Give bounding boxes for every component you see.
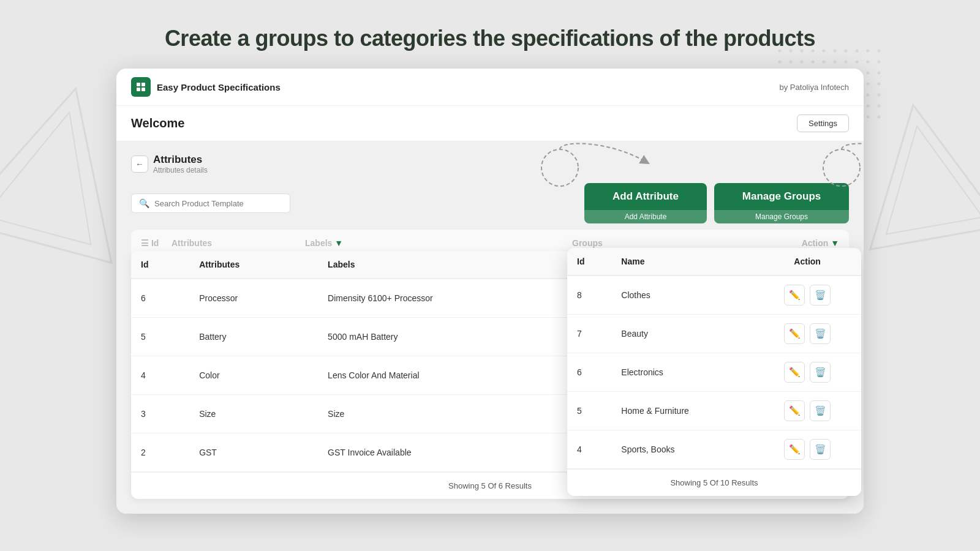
row-label: Size [318,395,585,433]
svg-rect-7 [141,83,145,86]
row-attribute: Processor [189,279,318,318]
content-area: ← Attributes Attributes details 🔍 [116,141,864,514]
row-attribute: Size [189,395,318,433]
svg-marker-1 [0,98,123,245]
edit-button[interactable]: ✏️ [784,323,805,344]
grow-action: ✏️ 🗑️ [753,392,861,430]
breadcrumb-subtitle: Attributes details [153,166,208,174]
table-row: 4 Sports, Books ✏️ 🗑️ [567,430,861,469]
row-id: 2 [131,433,189,472]
table-row: 6 Electronics ✏️ 🗑️ [567,353,861,392]
add-attribute-button[interactable]: Add Attribute Add Attribute [584,183,707,223]
svg-rect-8 [137,88,140,91]
row-id: 5 [131,318,189,356]
add-attribute-sub-label: Add Attribute [584,210,707,223]
row-id: 6 [131,279,189,318]
row-label: 5000 mAH Battery [318,318,585,356]
table-row: 8 Clothes ✏️ 🗑️ [567,276,861,315]
grow-id: 7 [567,315,611,353]
toolbar-buttons: Add Attribute Add Attribute Manage Group… [584,183,849,223]
search-box[interactable]: 🔍 [131,193,290,213]
grow-action: ✏️ 🗑️ [753,353,861,392]
row-attribute: Color [189,356,318,395]
groups-table: Id Name Action 8 Clothes ✏️ 🗑️ 7 Beauty [567,248,861,496]
delete-button[interactable]: 🗑️ [810,400,831,421]
delete-button[interactable]: 🗑️ [810,285,831,305]
tables-container: ☰ Id Attributes Labels ▼ Groups Action ▼… [131,230,849,499]
groups-data-table: Id Name Action 8 Clothes ✏️ 🗑️ 7 Beauty [567,248,861,469]
back-button[interactable]: ← [131,156,148,173]
settings-button[interactable]: Settings [797,114,849,132]
grow-name: Beauty [611,315,753,353]
app-header: Easy Product Specifications by Patoliya … [116,69,864,106]
row-id: 4 [131,356,189,395]
col-attributes: Attributes [189,251,318,279]
gcol-id: Id [567,248,611,276]
grow-id: 4 [567,430,611,469]
grow-name: Electronics [611,353,753,392]
app-title-text: Easy Product Specifications [157,82,281,92]
col-labels: Labels [318,251,585,279]
svg-rect-6 [137,83,140,86]
svg-rect-9 [141,88,145,91]
row-attribute: GST [189,433,318,472]
svg-marker-3 [869,118,980,234]
search-icon: 🔍 [139,198,149,208]
grow-id: 6 [567,353,611,392]
grow-action: ✏️ 🗑️ [753,315,861,353]
manage-groups-button[interactable]: Manage Groups Manage Groups [714,183,849,223]
edit-button[interactable]: ✏️ [784,400,805,421]
app-logo-icon [131,77,151,97]
breadcrumb: ← Attributes Attributes details [131,154,849,174]
edit-button[interactable]: ✏️ [784,439,805,460]
app-by-label: by Patoliya Infotech [780,83,849,92]
table-row: 5 Home & Furniture ✏️ 🗑️ [567,392,861,430]
delete-button[interactable]: 🗑️ [810,362,831,383]
grow-action: ✏️ 🗑️ [753,276,861,315]
manage-groups-label: Manage Groups [714,183,849,210]
breadcrumb-title: Attributes [153,154,208,166]
groups-table-footer: Showing 5 Of 10 Results [567,469,861,496]
gcol-name: Name [611,248,753,276]
grow-name: Clothes [611,276,753,315]
welcome-text: Welcome [131,116,184,130]
welcome-bar: Welcome Settings [116,106,864,141]
app-window: Easy Product Specifications by Patoliya … [116,69,864,514]
row-attribute: Battery [189,318,318,356]
app-header-left: Easy Product Specifications [131,77,281,97]
edit-button[interactable]: ✏️ [784,362,805,383]
grow-id: 8 [567,276,611,315]
grow-id: 5 [567,392,611,430]
breadcrumb-text: Attributes Attributes details [153,154,208,174]
delete-button[interactable]: 🗑️ [810,323,831,344]
add-attribute-label: Add Attribute [584,183,707,210]
row-label: Dimensity 6100+ Processor [318,279,585,318]
delete-button[interactable]: 🗑️ [810,439,831,460]
table-row: 7 Beauty ✏️ 🗑️ [567,315,861,353]
col-id: Id [131,251,189,279]
gcol-action: Action [753,248,861,276]
search-input[interactable] [154,199,282,208]
grow-name: Sports, Books [611,430,753,469]
manage-groups-sub-label: Manage Groups [714,210,849,223]
toolbar-row: 🔍 [131,183,849,223]
grow-name: Home & Furniture [611,392,753,430]
edit-button[interactable]: ✏️ [784,285,805,305]
row-id: 3 [131,395,189,433]
row-label: Lens Color And Material [318,356,585,395]
grow-action: ✏️ 🗑️ [753,430,861,469]
row-label: GST Invoice Available [318,433,585,472]
